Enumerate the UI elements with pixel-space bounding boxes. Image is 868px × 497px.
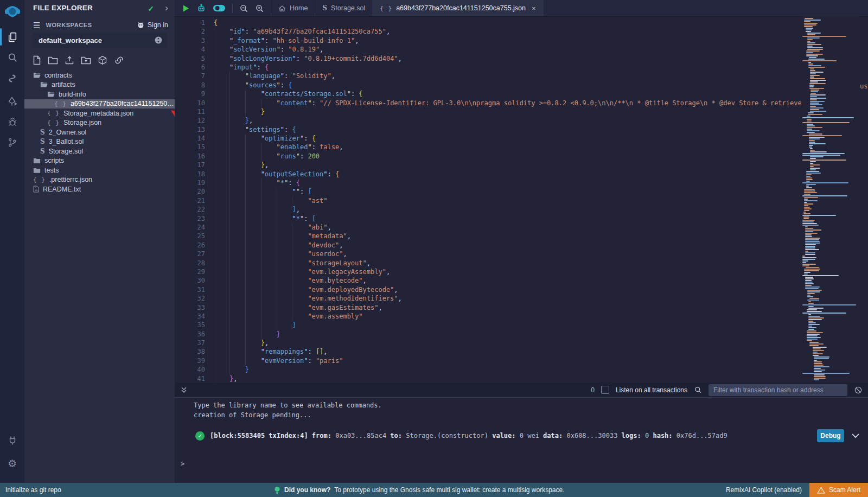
listen-all-checkbox[interactable] — [601, 386, 609, 394]
clear-console-ban-icon[interactable] — [854, 386, 863, 394]
upload-file-icon[interactable] — [65, 55, 74, 65]
upload-folder-icon[interactable] — [81, 55, 91, 65]
line-number: 11 — [175, 107, 205, 116]
file-operations-toolbar — [33, 55, 124, 65]
workspace-select[interactable]: default_workspace — [32, 33, 167, 48]
zoom-out-icon[interactable] — [239, 4, 248, 13]
run-script-play-icon[interactable] — [182, 4, 190, 12]
tree-item-3-ballot-sol[interactable]: S3_Ballot.sol — [24, 137, 175, 147]
minimap[interactable] — [801, 16, 859, 383]
code-line-5: 5 "solcLongVersion": "0.8.19+commit.7dd6… — [175, 54, 868, 63]
zoom-in-icon[interactable] — [255, 4, 264, 13]
code-line-10: 10 "content": "// SPDX-License-Identifie… — [175, 99, 868, 107]
tree-item-label: 3_Ballot.sol — [49, 138, 84, 145]
search-icon[interactable] — [0, 48, 24, 67]
tree-item-storage-metadata-json[interactable]: { }Storage_metadata.json — [24, 109, 175, 118]
panel-title: FILE EXPLORER — [33, 4, 93, 12]
json-icon: { } — [47, 110, 60, 117]
git-init-status[interactable]: Initialize as git repo — [0, 486, 61, 494]
chevron-down-icon[interactable] — [852, 434, 859, 438]
transaction-filter-input[interactable] — [709, 384, 847, 396]
code-line-20: 20 "": [ — [175, 187, 868, 196]
copilot-toggle-icon[interactable] — [213, 4, 226, 12]
plugin-manager-icon[interactable] — [0, 431, 24, 450]
tree-item-artifacts[interactable]: artifacts — [24, 80, 175, 90]
hamburger-menu-icon[interactable]: ☰ — [33, 21, 40, 29]
editor-toolbar — [175, 0, 271, 16]
settings-gear-icon[interactable]: ⚙ — [0, 454, 24, 473]
file-explorer-icon[interactable] — [0, 27, 24, 47]
line-number: 5 — [175, 54, 205, 63]
tree-item-label: 2_Owner.sol — [49, 129, 86, 136]
home-icon — [278, 5, 286, 12]
terminal-prompt[interactable]: > — [181, 460, 184, 468]
link-icon[interactable] — [114, 55, 124, 65]
tab-a69b43f277ba20fcac141151250ca755-json[interactable]: { }a69b43f277ba20fcac141151250ca755.json… — [373, 0, 543, 16]
json-icon: { } — [54, 100, 67, 107]
line-number: 22 — [175, 205, 205, 214]
terminal-body[interactable]: Type the library name to see available c… — [175, 397, 868, 483]
solidity-icon: S — [40, 138, 45, 145]
chevron-right-icon[interactable]: › — [165, 3, 168, 14]
terminal-search-icon[interactable] — [694, 386, 702, 394]
tree-item-storage-json[interactable]: { }Storage.json — [24, 118, 175, 128]
line-number: 8 — [175, 81, 205, 90]
deploy-run-icon[interactable] — [0, 92, 24, 111]
code-line-24: 24 "abi", — [175, 223, 868, 232]
code-line-9: 9 "contracts/Storage.sol": { — [175, 90, 868, 98]
line-number: 2 — [175, 27, 205, 36]
solidity-compiler-icon[interactable] — [0, 68, 24, 88]
code-line-3: 3 "_format": "hh-sol-build-info-1", — [175, 36, 868, 45]
tab-home[interactable]: Home — [271, 0, 315, 16]
solidity-icon: S — [40, 148, 45, 155]
tree-item-2-owner-sol[interactable]: S2_Owner.sol — [24, 128, 175, 137]
tree-item-a69b43f277ba20fcac141151250ca7[interactable]: { }a69b43f277ba20fcac141151250ca7... — [24, 99, 175, 109]
code-area[interactable]: 1{2 "id": "a69b43f277ba20fcac141151250ca… — [175, 16, 868, 383]
git-branch-icon[interactable] — [0, 132, 24, 152]
debugger-bug-icon[interactable] — [0, 112, 24, 132]
close-icon[interactable]: × — [532, 4, 536, 12]
line-number: 33 — [175, 303, 205, 312]
tree-item-storage-sol[interactable]: SStorage.sol — [24, 146, 175, 156]
lightbulb-icon — [274, 486, 280, 494]
tree-item-readme-txt[interactable]: README.txt — [24, 184, 175, 194]
copilot-status[interactable]: RemixAI Copilot (enabled) — [726, 486, 809, 494]
code-line-12: 12 }, — [175, 116, 868, 125]
line-number: 9 — [175, 90, 205, 98]
tab-label: a69b43f277ba20fcac141151250ca755.json — [396, 4, 526, 12]
workspace-cube-icon[interactable] — [98, 55, 107, 65]
tree-item-label: README.txt — [43, 186, 81, 193]
code-line-35: 35 ] — [175, 321, 868, 329]
check-icon[interactable]: ✓ — [148, 4, 154, 13]
tree-item-tests[interactable]: tests — [24, 165, 175, 175]
status-bar: Initialize as git repo Did you know? To … — [0, 483, 868, 497]
tab-label: Storage.sol — [331, 4, 365, 12]
folder-open-icon — [40, 81, 48, 88]
double-chevron-down-icon[interactable] — [180, 386, 188, 394]
tab-storage-sol[interactable]: SStorage.sol — [315, 0, 373, 16]
new-file-icon[interactable] — [33, 55, 41, 65]
tree-item-prettierrc-json[interactable]: { }.prettierrc.json — [24, 175, 175, 185]
code-line-41: 41 }, — [175, 374, 868, 383]
line-number: 1 — [175, 18, 205, 27]
tree-item-contracts[interactable]: contracts — [24, 71, 175, 80]
remix-logo-icon[interactable] — [0, 3, 24, 23]
debug-button[interactable]: Debug — [817, 429, 844, 442]
code-line-11: 11 } — [175, 107, 868, 116]
remixai-robot-icon[interactable] — [196, 3, 206, 13]
tree-item-label: build-info — [59, 91, 86, 98]
tree-item-build-info[interactable]: build-info — [24, 90, 175, 99]
code-line-38: 38 "remappings": [], — [175, 347, 868, 356]
tx-field-value: 0 wei — [520, 432, 539, 439]
folder-icon — [33, 167, 41, 174]
line-number: 38 — [175, 347, 205, 356]
code-line-40: 40 } — [175, 365, 868, 374]
code-line-1: 1{ — [175, 18, 868, 27]
tree-item-scripts[interactable]: scripts — [24, 156, 175, 166]
scam-alert-badge[interactable]: Scam Alert — [809, 483, 868, 497]
workspaces-label: WORKSPACES — [46, 22, 92, 28]
code-line-32: 32 "evm.methodIdentifiers", — [175, 294, 868, 303]
github-sign-in[interactable]: Sign in — [137, 21, 168, 29]
new-folder-icon[interactable] — [48, 55, 58, 65]
transaction-log-row[interactable]: ✓ [block:5583405 txIndex:4] from: 0xa03.… — [195, 428, 864, 444]
